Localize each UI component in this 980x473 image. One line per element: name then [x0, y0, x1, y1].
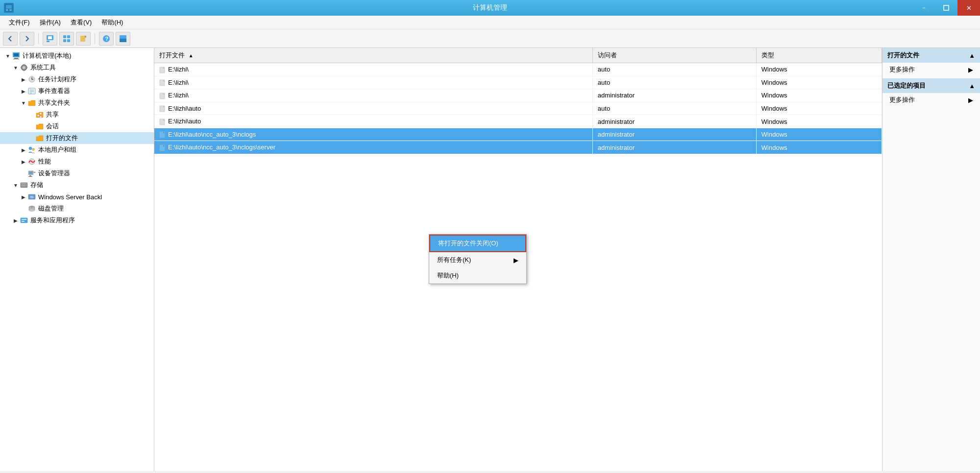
storage-icon — [20, 181, 28, 189]
actions-collapse-2[interactable]: ▲ — [969, 82, 975, 90]
task-icon — [27, 75, 36, 84]
minimize-button[interactable]: － — [912, 0, 935, 16]
sidebar-label-sessions: 会话 — [46, 122, 59, 131]
svg-rect-42 — [29, 172, 32, 174]
devmgr-icon — [27, 169, 36, 178]
maximize-button[interactable] — [935, 0, 957, 16]
app-icon — [4, 3, 14, 13]
shares-icon — [35, 110, 44, 119]
expand-root[interactable]: ▼ — [4, 53, 12, 59]
sidebar-item-root[interactable]: ▼ 计算机管理(本地) — [0, 50, 154, 62]
context-menu-help[interactable]: 帮助(H) — [429, 268, 526, 284]
toolbar-separator-1 — [38, 33, 39, 44]
diskmgmt-icon — [27, 204, 36, 213]
context-menu-close[interactable]: 将打开的文件关闭(O) — [429, 235, 526, 252]
sidebar-item-wsbackup[interactable]: ▶ Windows Server Backl — [0, 191, 154, 203]
svg-rect-57 — [22, 219, 26, 220]
table-row[interactable]: E:\lizhi\autoWindows — [154, 76, 882, 89]
sidebar-item-svcapp[interactable]: ▶ 服务和应用程序 — [0, 214, 154, 226]
sidebar-item-devmgr[interactable]: 设备管理器 — [0, 167, 154, 179]
sidebar-item-localusers[interactable]: ▶ 本地用户和组 — [0, 144, 154, 156]
table-row[interactable]: E:\lizhi\autoWindows — [154, 63, 882, 76]
col-header-type[interactable]: 类型 — [756, 48, 882, 63]
sidebar-label-systools: 系统工具 — [30, 63, 56, 72]
snap-button[interactable] — [116, 32, 130, 46]
menu-file[interactable]: 文件(F) — [4, 16, 35, 29]
table-row[interactable]: E:\lizhi\auto\ncc_auto_3\nclogs\serverad… — [154, 141, 882, 154]
sidebar-item-systools[interactable]: ▼ 系统工具 — [0, 62, 154, 73]
svg-point-23 — [23, 66, 25, 69]
svg-rect-25 — [24, 70, 24, 71]
sort-arrow: ▲ — [189, 53, 194, 58]
help-button[interactable]: ? — [99, 32, 114, 46]
sidebar-label-diskmgmt: 磁盘管理 — [38, 204, 64, 213]
expand-svcapp[interactable]: ▶ — [12, 218, 20, 223]
sidebar-item-shares[interactable]: 共享 — [0, 109, 154, 120]
perf-icon — [27, 157, 36, 166]
table-row[interactable]: E:\lizhi\administratorWindows — [154, 89, 882, 102]
actions-arrow-2: ▶ — [968, 96, 973, 104]
table-row[interactable]: E:\lizhi\autoadministratorWindows — [154, 115, 882, 128]
file-icon — [159, 118, 168, 125]
col-header-file[interactable]: 打开文件 ▲ — [154, 48, 592, 63]
context-menu-alltasks[interactable]: 所有任务(K) ▶ — [429, 252, 526, 268]
expand-storage[interactable]: ▼ — [12, 183, 20, 188]
sidebar-label-shares: 共享 — [46, 110, 59, 119]
svg-point-35 — [40, 116, 42, 118]
sidebar-item-openfiles[interactable]: 打开的文件 — [0, 132, 154, 144]
expand-shared[interactable]: ▼ — [20, 100, 27, 106]
menu-action[interactable]: 操作(A) — [35, 16, 66, 29]
back-button[interactable] — [3, 32, 18, 46]
sidebar-item-task[interactable]: ▶ 任务计划程序 — [0, 73, 154, 85]
svg-text:?: ? — [105, 36, 109, 42]
actions-more-2[interactable]: 更多操作 ▶ — [882, 93, 980, 107]
svg-rect-8 — [63, 35, 66, 38]
sidebar-item-event[interactable]: ▶ 事件查看器 — [0, 85, 154, 97]
col-header-accessor[interactable]: 访问者 — [592, 48, 756, 63]
actions-arrow-1: ▶ — [968, 66, 973, 73]
close-button[interactable]: ✕ — [957, 0, 980, 16]
expand-wsbackup[interactable]: ▶ — [20, 194, 27, 200]
svg-rect-43 — [34, 172, 35, 173]
title-bar: 计算机管理 － ✕ — [0, 0, 980, 16]
forward-button[interactable] — [20, 32, 34, 46]
view-button[interactable] — [59, 32, 74, 46]
menu-bar: 文件(F) 操作(A) 查看(V) 帮助(H) — [0, 16, 980, 29]
sidebar-item-storage[interactable]: ▼ 存储 — [0, 179, 154, 191]
sidebar-item-perf[interactable]: ▶ 性能 — [0, 156, 154, 167]
expand-task[interactable]: ▶ — [20, 77, 27, 82]
actions-section-selected[interactable]: 已选定的项目 ▲ — [882, 78, 980, 93]
sidebar-label-root: 计算机管理(本地) — [23, 51, 72, 60]
svg-point-55 — [31, 207, 32, 208]
file-icon — [159, 131, 168, 138]
up-button[interactable] — [43, 32, 57, 46]
toolbar-separator-2 — [95, 33, 95, 44]
expand-systools[interactable]: ▼ — [12, 65, 20, 71]
sidebar-label-svcapp: 服务和应用程序 — [30, 216, 75, 225]
svg-point-39 — [32, 148, 35, 151]
svg-rect-19 — [14, 53, 19, 56]
table-row[interactable]: E:\lizhi\auto\ncc_auto_3\nclogsadministr… — [154, 128, 882, 141]
export-button[interactable] — [76, 32, 91, 46]
expand-event[interactable]: ▶ — [20, 89, 27, 94]
sidebar-item-diskmgmt[interactable]: 磁盘管理 — [0, 203, 154, 214]
table-row[interactable]: E:\lizhi\autoautoWindows — [154, 102, 882, 115]
svg-point-50 — [25, 186, 26, 187]
sidebar-label-localusers: 本地用户和组 — [38, 145, 76, 154]
sidebar-label-event: 事件查看器 — [38, 87, 70, 95]
file-icon — [159, 66, 168, 73]
svg-point-48 — [25, 184, 26, 185]
svg-rect-9 — [67, 35, 70, 38]
actions-collapse-1[interactable]: ▲ — [969, 52, 975, 59]
file-icon — [159, 92, 168, 99]
menu-help[interactable]: 帮助(H) — [97, 16, 128, 29]
sidebar-item-sessions[interactable]: 会话 — [0, 120, 154, 132]
actions-more-1[interactable]: 更多操作 ▶ — [882, 63, 980, 76]
svcapp-icon — [20, 216, 28, 225]
menu-view[interactable]: 查看(V) — [66, 16, 97, 29]
expand-perf[interactable]: ▶ — [20, 159, 27, 165]
svg-point-38 — [29, 147, 32, 150]
sidebar-item-shared[interactable]: ▼ 共享文件夹 — [0, 97, 154, 109]
actions-section-openfiles[interactable]: 打开的文件 ▲ — [882, 48, 980, 63]
expand-localusers[interactable]: ▶ — [20, 147, 27, 153]
